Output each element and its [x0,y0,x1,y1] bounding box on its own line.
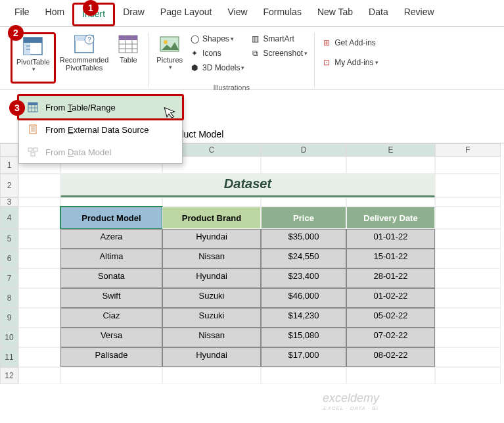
cell[interactable] [435,308,501,328]
3d-models-button[interactable]: ⬢ 3D Models▾ [187,61,247,74]
cell-product-model[interactable]: Palisade [60,347,162,367]
cell[interactable] [435,367,501,384]
menu-home[interactable]: Hom [37,3,73,26]
cell[interactable] [18,207,60,229]
cell[interactable] [18,308,60,328]
row-header[interactable]: 10 [0,328,18,347]
row-header[interactable]: 7 [0,268,18,288]
cell-product-model[interactable]: Sonata [60,268,162,288]
cell[interactable] [435,328,501,347]
menu-review[interactable]: Review [396,3,442,26]
row-header[interactable]: 12 [0,367,18,384]
icons-button[interactable]: ✦ Icons [187,47,247,60]
cell-product-brand[interactable]: Hyundai [162,268,261,288]
cell[interactable] [60,367,162,384]
cell-price[interactable]: $24,550 [261,249,346,268]
table-button[interactable]: Table [112,32,144,84]
cell[interactable] [162,367,261,384]
cell-product-model[interactable]: Azera [60,229,162,249]
cell-product-brand[interactable]: Suzuki [162,308,261,328]
cell[interactable] [435,157,501,174]
cell-delivery-date[interactable]: 05-02-22 [346,308,435,328]
cell-price[interactable]: $17,000 [261,347,346,367]
cell[interactable] [346,157,435,174]
menu-formulas[interactable]: Formulas [256,3,309,26]
cell-delivery-date[interactable]: 07-02-22 [346,328,435,347]
cell[interactable] [261,157,346,174]
header-product-brand[interactable]: Product Brand [162,207,261,229]
header-delivery-date[interactable]: Delivery Date [346,207,435,229]
col-header-e[interactable]: E [346,143,435,157]
header-price[interactable]: Price [261,207,346,229]
cell-delivery-date[interactable]: 28-01-22 [346,268,435,288]
cell-delivery-date[interactable]: 08-02-22 [346,347,435,367]
from-table-range-item[interactable]: From Table/Range [17,94,184,120]
row-header[interactable]: 6 [0,249,18,268]
cell-product-brand[interactable]: Hyundai [162,229,261,249]
cell-delivery-date[interactable]: 15-01-22 [346,249,435,268]
pictures-button[interactable]: Pictures ▾ [152,32,187,84]
cell[interactable] [346,367,435,384]
cell-product-brand[interactable]: Suzuki [162,288,261,308]
cell-price[interactable]: $23,400 [261,268,346,288]
col-header-d[interactable]: D [261,143,346,157]
select-all-corner[interactable] [0,143,18,157]
cell-product-model[interactable]: Ciaz [60,308,162,328]
cell[interactable] [435,249,501,268]
cell[interactable] [435,347,501,367]
cell-delivery-date[interactable]: 01-02-22 [346,288,435,308]
cell[interactable] [261,197,346,207]
screenshot-button[interactable]: ⧉ Screenshot▾ [247,47,310,60]
menu-draw[interactable]: Draw [115,3,152,26]
row-header[interactable]: 3 [0,197,18,207]
cell[interactable] [261,367,346,384]
cell-price[interactable]: $15,080 [261,328,346,347]
cell[interactable] [18,197,60,207]
cell[interactable] [162,197,261,207]
from-external-source-item[interactable]: From External Data Source [19,118,182,141]
row-header[interactable]: 8 [0,288,18,308]
menu-file[interactable]: File [7,3,37,26]
row-header[interactable]: 2 [0,174,18,197]
cell-price[interactable]: $14,230 [261,308,346,328]
cell[interactable] [18,328,60,347]
cell[interactable] [435,174,501,197]
cell[interactable] [435,207,501,229]
menu-view[interactable]: View [219,3,255,26]
menu-data[interactable]: Data [361,3,396,26]
cell-product-brand[interactable]: Nissan [162,328,261,347]
cell[interactable] [18,288,60,308]
header-product-model[interactable]: Product Model [60,207,162,229]
row-header[interactable]: 4 [0,207,18,229]
my-addins-button[interactable]: ⊡ My Add-ins▾ [319,56,380,69]
cell[interactable] [18,367,60,384]
cell[interactable] [435,229,501,249]
cell-product-brand[interactable]: Nissan [162,249,261,268]
cell[interactable] [346,197,435,207]
row-header[interactable]: 11 [0,347,18,367]
menu-page-layout[interactable]: Page Layout [152,3,220,26]
recommended-pivot-button[interactable]: ? Recommended PivotTables [56,32,113,84]
cell[interactable] [18,174,60,197]
cell-product-model[interactable]: Altima [60,249,162,268]
cell-product-brand[interactable]: Hyundai [162,347,261,367]
menu-new-tab[interactable]: New Tab [309,3,361,26]
cell-price[interactable]: $35,000 [261,229,346,249]
dataset-title[interactable]: Dataset [60,174,435,197]
row-header[interactable]: 1 [0,157,18,174]
col-header-f[interactable]: F [435,143,501,157]
cell[interactable] [18,249,60,268]
cell[interactable] [18,268,60,288]
shapes-button[interactable]: ◯ Shapes▾ [187,32,247,45]
cell-price[interactable]: $46,000 [261,288,346,308]
cell[interactable] [435,268,501,288]
cell-product-model[interactable]: Versa [60,328,162,347]
get-addins-button[interactable]: ⊞ Get Add-ins [319,36,380,49]
cell[interactable] [60,197,162,207]
cell[interactable] [18,347,60,367]
cell[interactable] [435,197,501,207]
cell-delivery-date[interactable]: 01-01-22 [346,229,435,249]
cell[interactable] [435,288,501,308]
cell[interactable] [18,229,60,249]
row-header[interactable]: 5 [0,229,18,249]
